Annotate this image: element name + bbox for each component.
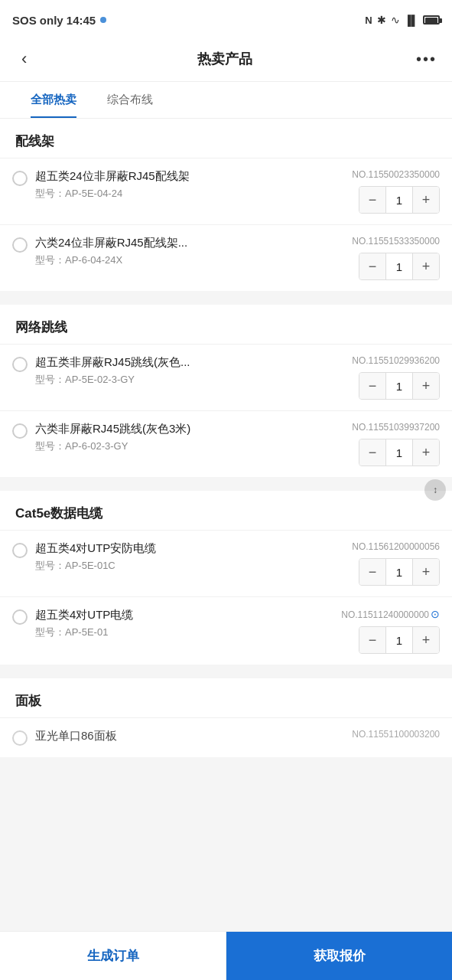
signal-icon: ▐▌	[405, 15, 418, 26]
product-model-1-0: 型号：AP-5E-02-3-GY	[35, 373, 344, 387]
category-section-2: Cat5e数据电缆 超五类4对UTP安防电缆 型号：AP-5E-01C NO.1…	[0, 491, 452, 665]
back-button[interactable]: ‹	[15, 46, 33, 72]
status-right: N ✱ ∿ ▐▌	[365, 14, 440, 26]
category-header-2: Cat5e数据电缆	[0, 491, 452, 531]
product-name-2-0: 超五类4对UTP安防电缆	[35, 541, 344, 556]
page-title: 热卖产品	[197, 50, 252, 68]
radio-2-1[interactable]	[12, 609, 28, 625]
product-info-2-1: 超五类4对UTP电缆 型号：AP-5E-01	[35, 608, 333, 639]
product-no-0-0: NO.11550023350000	[352, 169, 440, 180]
category-header-1: 网络跳线	[0, 305, 452, 345]
radio-2-0[interactable]	[12, 543, 28, 558]
product-item-2-0: 超五类4对UTP安防电缆 型号：AP-5E-01C NO.11561200000…	[0, 531, 452, 597]
product-name-1-0: 超五类非屏蔽RJ45跳线(灰色...	[35, 355, 344, 370]
product-name-3-0: 亚光单口86面板	[35, 729, 344, 743]
qty-increase-2-1[interactable]: +	[413, 627, 439, 653]
status-bar: SOS only 14:45 N ✱ ∿ ▐▌	[0, 0, 452, 37]
qty-decrease-0-0[interactable]: −	[359, 187, 385, 213]
qty-increase-1-0[interactable]: +	[413, 373, 439, 399]
tab-bar: 全部热卖 综合布线	[0, 82, 452, 119]
qty-decrease-0-1[interactable]: −	[359, 253, 385, 279]
nfc-icon: N	[365, 15, 372, 26]
product-item-0-0: 超五类24位非屏蔽RJ45配线架 型号：AP-5E-04-24 NO.11550…	[0, 158, 452, 225]
product-item-0-1: 六类24位非屏蔽RJ45配线架... 型号：AP-6-04-24X NO.115…	[0, 225, 452, 291]
product-item-2-1: 超五类4对UTP电缆 型号：AP-5E-01 NO.11511240000000…	[0, 597, 452, 665]
qty-value-1-1: 1	[385, 439, 413, 466]
product-no-1-0: NO.11551029936200	[352, 355, 440, 366]
product-right-2-0: NO.11561200000056 − 1 +	[352, 541, 440, 586]
qty-increase-0-1[interactable]: +	[413, 253, 439, 279]
qty-value-0-0: 1	[385, 187, 413, 213]
product-info-1-0: 超五类非屏蔽RJ45跳线(灰色... 型号：AP-5E-02-3-GY	[35, 355, 344, 387]
bluetooth-icon: ✱	[377, 14, 386, 26]
product-no-3-0: NO.11551100003200	[352, 729, 440, 740]
main-content: 配线架 超五类24位非屏蔽RJ45配线架 型号：AP-5E-04-24 NO.1…	[0, 119, 452, 826]
qty-value-0-1: 1	[385, 253, 413, 279]
product-info-3-0: 亚光单口86面板	[35, 729, 344, 746]
category-section-3: 面板 亚光单口86面板 NO.11551100003200	[0, 678, 452, 757]
qty-value-1-0: 1	[385, 373, 413, 399]
qty-control-2-1: − 1 +	[359, 626, 440, 654]
product-no-2-0: NO.11561200000056	[352, 541, 440, 552]
bottom-bar: 生成订单 获取报价	[0, 931, 452, 980]
tab-all-hot[interactable]: 全部热卖	[15, 82, 92, 118]
category-header-3: 面板	[0, 678, 452, 718]
product-name-2-1: 超五类4对UTP电缆	[35, 608, 333, 622]
product-right-0-0: NO.11550023350000 − 1 +	[352, 169, 440, 214]
product-model-2-1: 型号：AP-5E-01	[35, 626, 333, 639]
qty-decrease-2-0[interactable]: −	[359, 559, 385, 585]
product-model-0-1: 型号：AP-6-04-24X	[35, 253, 344, 267]
product-no-1-1: NO.11551039937200	[352, 422, 440, 433]
product-right-1-0: NO.11551029936200 − 1 +	[352, 355, 440, 400]
category-header-0: 配线架	[0, 119, 452, 158]
product-item-3-0: 亚光单口86面板 NO.11551100003200	[0, 718, 452, 757]
nav-bar: ‹ 热卖产品 •••	[0, 37, 452, 82]
radio-1-1[interactable]	[12, 423, 28, 439]
wifi-icon: ∿	[391, 14, 400, 26]
qty-control-0-1: − 1 +	[359, 253, 440, 280]
product-model-2-0: 型号：AP-5E-01C	[35, 559, 344, 573]
qty-increase-1-1[interactable]: +	[413, 439, 439, 466]
qty-increase-2-0[interactable]: +	[413, 559, 439, 585]
product-no-2-1: NO.11511240000000⊙	[341, 608, 440, 620]
generate-order-button[interactable]: 生成订单	[0, 932, 226, 980]
qty-control-1-1: − 1 +	[359, 439, 440, 466]
product-name-0-1: 六类24位非屏蔽RJ45配线架...	[35, 236, 344, 250]
radio-0-1[interactable]	[12, 237, 28, 253]
radio-0-0[interactable]	[12, 171, 28, 186]
qty-decrease-1-0[interactable]: −	[359, 373, 385, 399]
qty-value-2-1: 1	[385, 627, 413, 653]
radio-3-0[interactable]	[12, 730, 28, 746]
battery-icon	[423, 15, 440, 24]
product-right-0-1: NO.11551533350000 − 1 +	[352, 236, 440, 280]
status-left: SOS only 14:45	[12, 14, 106, 27]
product-right-2-1: NO.11511240000000⊙ − 1 +	[341, 608, 440, 654]
status-text: SOS only 14:45	[12, 14, 96, 27]
radio-1-0[interactable]	[12, 357, 28, 372]
product-info-2-0: 超五类4对UTP安防电缆 型号：AP-5E-01C	[35, 541, 344, 573]
product-info-0-0: 超五类24位非屏蔽RJ45配线架 型号：AP-5E-04-24	[35, 169, 344, 201]
product-no-0-1: NO.11551533350000	[352, 236, 440, 247]
more-button[interactable]: •••	[416, 51, 437, 68]
product-info-1-1: 六类非屏蔽RJ45跳线(灰色3米) 型号：AP-6-02-3-GY	[35, 422, 344, 453]
product-item-1-0: 超五类非屏蔽RJ45跳线(灰色... 型号：AP-5E-02-3-GY NO.1…	[0, 345, 452, 411]
product-item-1-1: 六类非屏蔽RJ45跳线(灰色3米) 型号：AP-6-02-3-GY NO.115…	[0, 411, 452, 477]
product-name-1-1: 六类非屏蔽RJ45跳线(灰色3米)	[35, 422, 344, 436]
product-model-0-0: 型号：AP-5E-04-24	[35, 187, 344, 201]
product-name-0-0: 超五类24位非屏蔽RJ45配线架	[35, 169, 344, 184]
product-right-1-1: NO.11551039937200 − 1 +	[352, 422, 440, 466]
tab-integrated-wiring[interactable]: 综合布线	[92, 82, 168, 118]
scroll-indicator[interactable]: ↕	[424, 479, 446, 501]
status-dot-icon	[100, 17, 106, 23]
category-section-0: 配线架 超五类24位非屏蔽RJ45配线架 型号：AP-5E-04-24 NO.1…	[0, 119, 452, 291]
product-model-1-1: 型号：AP-6-02-3-GY	[35, 439, 344, 453]
qty-control-0-0: − 1 +	[359, 186, 440, 214]
qty-increase-0-0[interactable]: +	[413, 187, 439, 213]
category-section-1: 网络跳线 超五类非屏蔽RJ45跳线(灰色... 型号：AP-5E-02-3-GY…	[0, 305, 452, 477]
qty-decrease-2-1[interactable]: −	[359, 627, 385, 653]
qty-control-1-0: − 1 +	[359, 372, 440, 400]
product-right-3-0: NO.11551100003200	[352, 729, 440, 740]
qty-control-2-0: − 1 +	[359, 558, 440, 586]
get-quote-button[interactable]: 获取报价	[226, 932, 452, 980]
qty-decrease-1-1[interactable]: −	[359, 439, 385, 466]
